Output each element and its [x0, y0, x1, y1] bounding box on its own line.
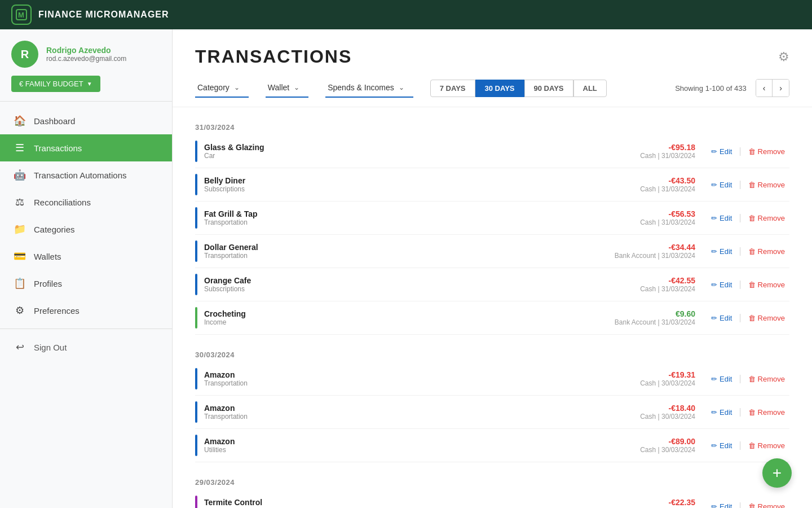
transaction-right: -€95.18 Cash | 31/03/2024 ✏ Edit | 🗑 Rem… [640, 143, 789, 160]
time-filter-all[interactable]: ALL [573, 80, 607, 97]
remove-transaction-button[interactable]: 🗑 Remove [744, 178, 789, 191]
transaction-amount: -€19.31 [640, 370, 695, 379]
page-title: TRANSACTIONS [195, 46, 352, 67]
remove-transaction-button[interactable]: 🗑 Remove [744, 500, 789, 509]
transaction-category: Subscriptions [204, 185, 640, 193]
table-row: Orange Cafe Subscriptions -€42.55 Cash |… [195, 268, 789, 301]
transactions-icon: ☰ [14, 142, 26, 154]
transaction-amount-info: -€18.40 Cash | 30/03/2024 [640, 404, 695, 421]
edit-transaction-button[interactable]: ✏ Edit [707, 312, 736, 325]
category-color-bar [195, 174, 197, 195]
trash-icon: 🗑 [748, 408, 756, 417]
add-transaction-button[interactable]: + [762, 458, 792, 488]
edit-transaction-button[interactable]: ✏ Edit [707, 500, 736, 509]
sidebar-item-transactions[interactable]: ☰Transactions [0, 134, 172, 161]
sidebar-item-label: Reconciliations [34, 198, 91, 207]
transaction-info: Crocheting Income [204, 309, 615, 326]
transaction-meta: Cash | 31/03/2024 [640, 185, 695, 193]
transaction-name: Orange Cafe [204, 276, 640, 285]
time-filter-90-days[interactable]: 90 DAYS [524, 80, 573, 97]
logo: M FINANCE MICROMANAGER [11, 5, 169, 25]
remove-transaction-button[interactable]: 🗑 Remove [744, 312, 789, 325]
remove-transaction-button[interactable]: 🗑 Remove [744, 373, 789, 386]
transaction-meta: Cash | 31/03/2024 [640, 285, 695, 293]
edit-transaction-button[interactable]: ✏ Edit [707, 245, 736, 258]
remove-transaction-button[interactable]: 🗑 Remove [744, 212, 789, 225]
transaction-info: Amazon Transportation [204, 404, 640, 421]
transaction-name: Termite Control [204, 498, 640, 507]
remove-transaction-button[interactable]: 🗑 Remove [744, 278, 789, 291]
settings-button[interactable]: ⚙ [778, 50, 789, 64]
transaction-category: Utilities [204, 446, 640, 454]
remove-transaction-button[interactable]: 🗑 Remove [744, 145, 789, 158]
category-filter-dropdown[interactable]: Category ⌄ [195, 78, 249, 98]
transaction-info: Termite Control Travel [204, 498, 640, 508]
category-color-bar [195, 274, 197, 295]
transaction-amount: €9.60 [615, 309, 695, 318]
sidebar-user-section: R Rodrigo Azevedo rod.c.azevedo@gmail.co… [0, 29, 172, 102]
transaction-category: Transportation [204, 218, 640, 226]
transaction-info: Amazon Utilities [204, 437, 640, 454]
transaction-category: Subscriptions [204, 285, 640, 293]
transaction-name: Glass & Glazing [204, 143, 640, 152]
edit-transaction-button[interactable]: ✏ Edit [707, 439, 736, 452]
sidebar-item-preferences[interactable]: ⚙Preferences [0, 297, 172, 324]
transaction-actions: ✏ Edit | 🗑 Remove [707, 439, 789, 452]
transaction-actions: ✏ Edit | 🗑 Remove [707, 145, 789, 158]
transaction-category: Transportation [204, 252, 615, 260]
transaction-actions: ✏ Edit | 🗑 Remove [707, 500, 789, 509]
wallet-filter-dropdown[interactable]: Wallet ⌄ [266, 78, 308, 98]
prev-page-button[interactable]: ‹ [756, 80, 773, 97]
trash-icon: 🗑 [748, 502, 756, 509]
sidebar-item-signout[interactable]: ↩ Sign Out [0, 334, 172, 361]
remove-transaction-button[interactable]: 🗑 Remove [744, 439, 789, 452]
sidebar-item-wallets[interactable]: 💳Wallets [0, 243, 172, 270]
transaction-date-group: 31/03/2024 Glass & Glazing Car -€95.18 C… [195, 117, 789, 335]
sidebar-item-dashboard[interactable]: 🏠Dashboard [0, 107, 172, 134]
transaction-name: Dollar General [204, 243, 615, 252]
pagination-buttons: ‹ › [756, 79, 789, 97]
table-row: Amazon Transportation -€19.31 Cash | 30/… [195, 362, 789, 396]
sidebar-item-label: Transaction Automations [34, 170, 127, 180]
time-filter-7-days[interactable]: 7 DAYS [430, 80, 475, 97]
table-row: Glass & Glazing Car -€95.18 Cash | 31/03… [195, 135, 789, 168]
edit-transaction-button[interactable]: ✏ Edit [707, 373, 736, 386]
time-filter-30-days[interactable]: 30 DAYS [475, 80, 524, 97]
edit-icon: ✏ [711, 375, 717, 383]
trash-icon: 🗑 [748, 281, 756, 289]
sidebar-item-label: Wallets [34, 252, 61, 261]
edit-transaction-button[interactable]: ✏ Edit [707, 278, 736, 291]
transaction-amount-info: -€43.50 Cash | 31/03/2024 [640, 176, 695, 193]
sidebar-item-reconciliations[interactable]: ⚖Reconciliations [0, 189, 172, 216]
transaction-right: -€18.40 Cash | 30/03/2024 ✏ Edit | 🗑 Rem… [640, 404, 789, 421]
time-filter-group: Showing 1-100 of 433 ‹ › [658, 79, 789, 97]
sidebar-item-categories[interactable]: 📁Categories [0, 216, 172, 243]
transaction-info: Amazon Transportation [204, 370, 640, 387]
transaction-right: -€56.53 Cash | 31/03/2024 ✏ Edit | 🗑 Rem… [640, 209, 789, 226]
transaction-amount: -€18.40 [640, 404, 695, 413]
edit-icon: ✏ [711, 147, 717, 156]
user-name: Rodrigo Azevedo [46, 46, 126, 55]
edit-transaction-button[interactable]: ✏ Edit [707, 178, 736, 191]
transaction-right: -€19.31 Cash | 30/03/2024 ✏ Edit | 🗑 Rem… [640, 370, 789, 387]
svg-text:M: M [18, 11, 24, 19]
edit-transaction-button[interactable]: ✏ Edit [707, 145, 736, 158]
sidebar-item-profiles[interactable]: 📋Profiles [0, 270, 172, 297]
remove-transaction-button[interactable]: 🗑 Remove [744, 245, 789, 258]
transaction-actions: ✏ Edit | 🗑 Remove [707, 178, 789, 191]
edit-transaction-button[interactable]: ✏ Edit [707, 212, 736, 225]
sidebar-item-label: Categories [34, 225, 75, 234]
budget-selector-button[interactable]: € FAMILY BUDGET ▼ [11, 76, 100, 92]
next-page-button[interactable]: › [773, 80, 789, 97]
remove-transaction-button[interactable]: 🗑 Remove [744, 406, 789, 419]
sidebar-item-automations[interactable]: 🤖Transaction Automations [0, 161, 172, 189]
edit-transaction-button[interactable]: ✏ Edit [707, 406, 736, 419]
transaction-category: Car [204, 152, 640, 160]
chevron-down-icon: ⌄ [234, 84, 240, 91]
category-color-bar [195, 401, 197, 423]
edit-icon: ✏ [711, 281, 717, 289]
transaction-name: Amazon [204, 404, 640, 413]
action-separator: | [739, 407, 741, 417]
sidebar-item-label: Dashboard [34, 116, 75, 126]
spends-filter-dropdown[interactable]: Spends & Incomes ⌄ [325, 78, 413, 98]
